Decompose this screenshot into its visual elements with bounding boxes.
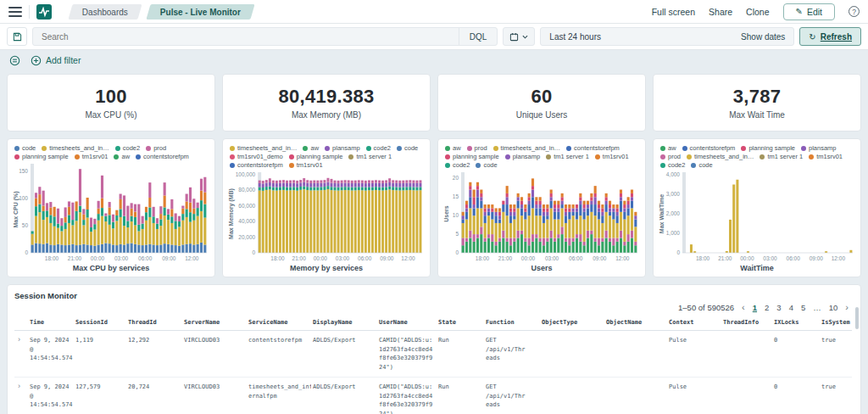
column-header[interactable]: Context [667, 315, 721, 331]
column-header[interactable]: State [437, 315, 484, 331]
legend-item[interactable]: code [476, 161, 497, 169]
legend-item[interactable]: timesheets_and_in… [230, 144, 297, 152]
legend-item[interactable]: code [14, 144, 36, 152]
legend-label: timesheets_and_in… [49, 144, 108, 152]
legend-item[interactable]: tm1srv01 [595, 153, 629, 160]
legend-item[interactable]: prod [146, 144, 166, 152]
legend-item[interactable]: planning sample [445, 153, 499, 160]
legend-item[interactable]: timesheets_and_in… [687, 153, 754, 160]
page-button[interactable]: 2 [765, 303, 769, 312]
help-icon[interactable]: ? [849, 6, 860, 17]
legend-item[interactable]: prod [660, 153, 681, 160]
column-header[interactable]: IsSystem [820, 315, 852, 331]
column-header[interactable]: Function [484, 315, 540, 331]
legend-item[interactable]: tm1 server 1 [760, 153, 803, 160]
column-header[interactable]: Time [28, 315, 74, 331]
legend-item[interactable]: planning sample [741, 144, 795, 152]
legend-item[interactable]: plansamp [325, 144, 360, 152]
legend-label: aw [668, 144, 676, 152]
legend-item[interactable]: code [691, 161, 712, 169]
page-button[interactable]: 3 [776, 303, 781, 312]
legend-item[interactable]: tm1srv01 [809, 153, 843, 160]
page-button[interactable]: 1 [753, 303, 757, 312]
tab-pulse-live-monitor[interactable]: Pulse - Live Monitor [146, 4, 254, 20]
divider [29, 5, 30, 19]
search-field[interactable]: DQL [32, 27, 498, 46]
legend-item[interactable]: tm1srv01_demo [230, 153, 283, 160]
calendar-dropdown[interactable] [503, 27, 535, 46]
refresh-button[interactable]: ↻ Refresh [799, 27, 861, 46]
column-header[interactable]: SessionId [74, 315, 126, 331]
legend-item[interactable]: tm1 server 1 [348, 153, 392, 160]
chart-plot-area[interactable]: 0510152018:0021:0000:0003:0006:0009:0012… [442, 171, 641, 263]
legend-item[interactable]: contentstorefpm [230, 161, 283, 169]
tab-dashboards[interactable]: Dashboards [68, 4, 142, 20]
legend-item[interactable]: aw [660, 144, 676, 152]
table-cell: 0 [772, 378, 820, 414]
chart-plot-area[interactable]: 05010015018:0021:0000:0003:0006:0009:001… [12, 162, 210, 263]
legend-item[interactable]: contentstorefpm [136, 153, 189, 160]
legend-item[interactable]: code2 [115, 144, 140, 152]
legend-item[interactable]: plansamp [505, 153, 541, 160]
legend-item[interactable]: aw [445, 144, 461, 152]
show-dates-button[interactable]: Show dates [741, 32, 785, 42]
legend-label: tm1srv01 [82, 153, 108, 160]
chart-plot-area[interactable]: 020,00040,00060,00080,000100,00018:0021:… [227, 171, 426, 263]
expand-row-icon[interactable]: › [14, 331, 28, 378]
edit-button[interactable]: ✎ Edit [783, 3, 835, 20]
hamburger-menu-icon[interactable] [8, 7, 22, 17]
legend-dot-icon [566, 146, 571, 151]
legend-item[interactable]: contentstorefpm [566, 144, 620, 152]
legend-item[interactable]: timesheets_and_in… [493, 144, 560, 152]
column-header[interactable]: ObjectType [540, 315, 604, 331]
legend-item[interactable]: timesheets_and_in… [42, 144, 108, 152]
legend-item[interactable]: planning sample [14, 153, 69, 160]
column-header[interactable]: ThreadId [126, 315, 182, 331]
vertical-scrollbar[interactable] [855, 307, 859, 329]
legend-item[interactable]: code2 [366, 144, 391, 152]
legend-label: aw [453, 144, 461, 152]
add-filter-button[interactable]: Add filter [31, 55, 81, 66]
column-header[interactable]: ServerName [182, 315, 247, 331]
column-header[interactable]: ThreadInfo [721, 315, 772, 331]
prev-page-icon[interactable]: ‹ [742, 302, 745, 312]
svg-text:12:00: 12:00 [615, 255, 630, 261]
full-screen-button[interactable]: Full screen [652, 7, 695, 17]
chart-plot-area[interactable]: 01,0002,0003,0004,00018:0021:0000:0003:0… [658, 171, 856, 263]
legend-item[interactable]: tm1srv01 [75, 153, 108, 160]
legend-item[interactable]: prod [467, 144, 487, 152]
legend-item[interactable]: tm1 server 1 [546, 153, 589, 160]
legend-label: tm1 server 1 [767, 153, 803, 160]
page-button[interactable]: 4 [789, 303, 793, 312]
next-page-icon[interactable]: › [845, 302, 849, 312]
legend-label: timesheets_and_in… [237, 144, 297, 152]
legend-item[interactable]: code2 [445, 161, 470, 169]
page-button[interactable]: 10 [829, 303, 838, 312]
clone-button[interactable]: Clone [746, 7, 769, 17]
save-query-icon[interactable] [7, 27, 27, 46]
search-input[interactable] [33, 32, 459, 42]
timeframe-selector[interactable]: Last 24 hours Show dates [540, 27, 794, 46]
column-header[interactable]: UserName [377, 315, 437, 331]
table-cell: GET /api/v1/Thr eads [484, 378, 540, 414]
legend-item[interactable]: planning sample [289, 153, 343, 160]
expand-row-icon[interactable]: › [14, 378, 28, 414]
legend-dot-icon [303, 146, 308, 151]
page-button[interactable]: 5 [801, 303, 805, 312]
column-header[interactable]: IXLocks [772, 315, 820, 331]
legend-item[interactable]: aw [114, 153, 130, 160]
segments-icon[interactable] [9, 55, 20, 66]
app-logo-icon[interactable] [36, 4, 52, 20]
column-header[interactable]: DisplayName [311, 315, 377, 331]
legend-item[interactable]: code [397, 144, 418, 152]
legend-item[interactable]: contentstorefpm [682, 144, 736, 152]
dql-button[interactable]: DQL [459, 28, 498, 45]
column-header[interactable]: ObjectName [604, 315, 667, 331]
table-cell [604, 331, 667, 378]
legend-item[interactable]: code2 [660, 161, 685, 169]
legend-item[interactable]: aw [303, 144, 319, 152]
column-header[interactable]: ServiceName [247, 315, 311, 331]
legend-item[interactable]: plansamp [801, 144, 837, 152]
legend-item[interactable]: tm1srv01 [289, 161, 323, 169]
share-button[interactable]: Share [709, 7, 732, 17]
